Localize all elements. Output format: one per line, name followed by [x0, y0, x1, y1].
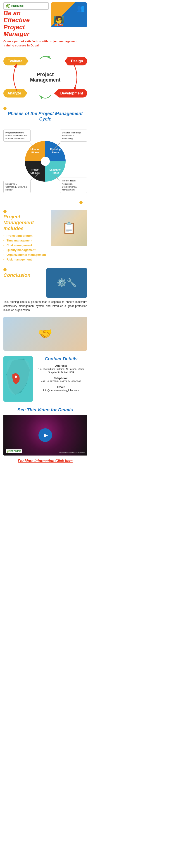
contact-email: Email: info@promisetrainingglobal.com	[35, 385, 87, 392]
dot-conclusion	[3, 268, 7, 271]
video-promise-logo: 🌿 PROMISE	[6, 450, 22, 453]
phases-section: Phases of the Project Management Cycle P…	[0, 104, 90, 206]
audience-icon: 👥	[77, 4, 85, 12]
email-value: info@promisetrainingglobal.com	[35, 389, 87, 392]
svg-point-6	[15, 376, 17, 378]
contact-telephone: Telephone: +971-4-3873584 / +971-54-4590…	[35, 377, 87, 383]
development-arrow: Development	[54, 89, 87, 98]
video-title: See This Video for Details	[3, 407, 87, 412]
conclusion-text: This training offers a platform that is …	[3, 300, 87, 312]
hero-image: 🧑‍🏫 👥	[51, 2, 87, 27]
analyze-arrow: Analyze	[3, 89, 27, 98]
list-item: Time management	[3, 239, 49, 242]
address-value: 17, The Iridium Building, Al Barsha, Umm…	[35, 367, 87, 374]
play-icon: ▶	[44, 432, 48, 438]
video-leaf-icon: 🌿	[7, 450, 10, 453]
phases-diagram: Project Definition:- Project constraints…	[3, 125, 87, 197]
list-item: Project integration	[3, 234, 49, 238]
info-box-top-right: Detailed Planning:- Estimation & Schedul…	[60, 130, 87, 142]
contact-section: Contact Details Address: 17, The Iridium…	[0, 353, 90, 405]
info-box-bottom-left: Monitoring , Controlling , Closure & Rev…	[3, 181, 31, 193]
conclusion-title: Conclusion	[3, 272, 42, 278]
list-item: Organizational management	[3, 253, 49, 256]
video-section: See This Video for Details ▶ 🌿 PROMISE i…	[0, 405, 90, 457]
dot-bottom-right	[79, 201, 82, 204]
list-item: Risk management	[3, 258, 49, 261]
contact-title: Contact Details	[35, 356, 87, 362]
contact-address: Address: 17, The Iridium Building, Al Ba…	[35, 364, 87, 374]
evaluate-arrow: Evaluate	[3, 57, 29, 65]
phases-title: Phases of the Project Management Cycle	[3, 111, 87, 122]
conclusion-image: ⚙️🔧	[46, 268, 87, 298]
play-button[interactable]: ▶	[38, 428, 52, 442]
team-image-section: 🤝	[0, 314, 90, 353]
includes-list: Project integration Time management Cost…	[3, 234, 49, 261]
promise-logo: 🌿 PROMISE	[3, 2, 49, 10]
figure-icon: 🧑‍🏫	[53, 16, 65, 26]
includes-section: Project Management Includes Project inte…	[0, 206, 90, 266]
list-item: Cost management	[3, 244, 49, 247]
leaf-icon: 🌿	[6, 4, 10, 8]
map-svg	[3, 356, 33, 402]
video-thumbnail[interactable]: ▶ 🌿 PROMISE info@promisetrainingglobal.c…	[3, 415, 87, 456]
team-image: 🤝	[3, 317, 87, 351]
contact-info: Contact Details Address: 17, The Iridium…	[35, 356, 87, 395]
includes-image: 📋	[51, 210, 87, 246]
hero-subtitle: Open a path of satisfaction with project…	[3, 39, 87, 48]
includes-title: Project Management Includes	[3, 214, 49, 232]
promise-logo-text: PROMISE	[11, 4, 24, 8]
design-arrow: Design	[65, 57, 87, 65]
pm-diagram-section: Evaluate Design Analyze Development Proj…	[0, 50, 90, 104]
video-url-text: info@promisetrainingglobal.com	[59, 451, 85, 453]
dot-includes	[3, 210, 7, 213]
conclusion-section: Conclusion ⚙️🔧 This training offers a pl…	[0, 266, 90, 314]
center-circle	[41, 157, 50, 166]
info-box-top-left: Project Definition:- Project constraints…	[3, 130, 31, 142]
list-item: Quality management	[3, 248, 49, 252]
telephone-value: +971-4-3873584 / +971-54-4590666	[35, 380, 87, 383]
dot-yellow	[3, 107, 7, 110]
cta-link[interactable]: For More Information Click here	[18, 459, 73, 463]
phases-circle: InitiationPhase PlanningPhase ProjectClo…	[25, 141, 66, 182]
pm-center-label: Project Management	[30, 71, 61, 83]
cta-section: For More Information Click here	[0, 457, 90, 467]
hero-section: 🌿 PROMISE Be an Effective Project Manage…	[0, 0, 90, 50]
contact-map	[3, 356, 33, 402]
hero-title: Be an Effective Project Manager	[3, 10, 49, 38]
